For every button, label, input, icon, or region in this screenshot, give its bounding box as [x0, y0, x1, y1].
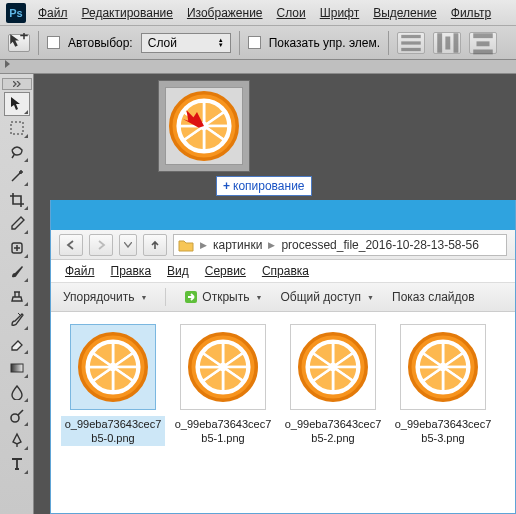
breadcrumb-part-2[interactable]: processed_file_2016-10-28-13-58-56 — [281, 238, 478, 252]
ps-logo-icon: Ps — [6, 3, 26, 23]
file-name-label: o_99eba73643cec7b5-1.png — [171, 416, 275, 446]
autoselect-target-select[interactable]: Слой ▲▼ — [141, 33, 231, 53]
file-thumbnail — [290, 324, 376, 410]
menu-select[interactable]: Выделение — [373, 6, 437, 20]
toolbar-share[interactable]: Общий доступ▼ — [280, 290, 374, 304]
file-name-label: o_99eba73643cec7b5-3.png — [391, 416, 495, 446]
file-name-label: o_99eba73643cec7b5-0.png — [61, 416, 165, 446]
orange-slice-icon — [78, 332, 148, 402]
chevron-down-icon: ▼ — [140, 294, 147, 301]
explorer-menu-view[interactable]: Вид — [167, 264, 189, 278]
menu-file[interactable]: Файл — [38, 6, 68, 20]
file-item[interactable]: o_99eba73643cec7b5-2.png — [281, 324, 385, 446]
tool-column-collapse[interactable] — [2, 78, 32, 90]
arrow-left-icon — [66, 240, 76, 250]
svg-rect-5 — [401, 47, 421, 50]
explorer-menu-file[interactable]: Файл — [65, 264, 95, 278]
lasso-tool[interactable] — [4, 140, 30, 164]
type-tool[interactable] — [4, 452, 30, 476]
show-transform-controls-checkbox[interactable] — [248, 36, 261, 49]
menu-layers[interactable]: Слои — [277, 6, 306, 20]
clone-stamp-tool[interactable] — [4, 284, 30, 308]
svg-rect-9 — [473, 33, 493, 38]
chevron-down-icon: ▼ — [256, 294, 263, 301]
svg-rect-11 — [473, 49, 493, 54]
eyedropper-tool[interactable] — [4, 212, 30, 236]
file-thumbnail — [180, 324, 266, 410]
explorer-menu-help[interactable]: Справка — [262, 264, 309, 278]
open-icon — [184, 290, 198, 304]
nav-back-button[interactable] — [59, 234, 83, 256]
ps-title-bar: Ps Файл Редактирование Изображение Слои … — [0, 0, 516, 26]
align-button-1[interactable] — [397, 32, 425, 54]
svg-rect-12 — [11, 122, 23, 134]
chevrons-icon — [13, 81, 21, 87]
svg-rect-14 — [11, 364, 23, 372]
menu-filter[interactable]: Фильтр — [451, 6, 491, 20]
menu-type[interactable]: Шрифт — [320, 6, 359, 20]
autoselect-checkbox[interactable] — [47, 36, 60, 49]
brush-tool[interactable] — [4, 260, 30, 284]
show-controls-label: Показать упр. элем. — [269, 36, 380, 50]
nav-up-button[interactable] — [143, 234, 167, 256]
divider-icon — [388, 31, 389, 55]
file-thumbnail — [400, 324, 486, 410]
toolbar-slideshow[interactable]: Показ слайдов — [392, 290, 475, 304]
align-button-2[interactable] — [433, 32, 461, 54]
divider-icon — [239, 31, 240, 55]
marquee-tool[interactable] — [4, 116, 30, 140]
explorer-menu-bar: Файл Правка Вид Сервис Справка — [51, 260, 515, 282]
plus-icon: + — [223, 179, 230, 193]
orange-slice-preview-icon — [169, 91, 239, 161]
healing-brush-tool[interactable] — [4, 236, 30, 260]
breadcrumb-part-1[interactable]: картинки — [213, 238, 262, 252]
svg-rect-3 — [401, 34, 421, 37]
svg-rect-8 — [454, 33, 459, 53]
explorer-toolbar: Упорядочить▼ Открыть▼ Общий доступ▼ Пока… — [51, 282, 515, 312]
file-name-label: o_99eba73643cec7b5-2.png — [281, 416, 385, 446]
menu-image[interactable]: Изображение — [187, 6, 263, 20]
chevron-down-icon: ▼ — [367, 294, 374, 301]
address-field[interactable]: ▶ картинки ▶ processed_file_2016-10-28-1… — [173, 234, 507, 256]
select-stepper-icon: ▲▼ — [218, 38, 224, 48]
file-item[interactable]: o_99eba73643cec7b5-3.png — [391, 324, 495, 446]
magic-wand-tool[interactable] — [4, 164, 30, 188]
explorer-titlebar[interactable] — [51, 200, 515, 230]
gradient-tool[interactable] — [4, 356, 30, 380]
explorer-menu-service[interactable]: Сервис — [205, 264, 246, 278]
ps-tool-column — [0, 74, 34, 514]
explorer-window: ▶ картинки ▶ processed_file_2016-10-28-1… — [50, 200, 516, 514]
folder-icon — [178, 238, 194, 252]
copy-tooltip-text: копирование — [233, 179, 305, 193]
explorer-address-bar: ▶ картинки ▶ processed_file_2016-10-28-1… — [51, 230, 515, 260]
orange-slice-icon — [188, 332, 258, 402]
chevron-down-icon — [124, 242, 132, 248]
file-item[interactable]: o_99eba73643cec7b5-1.png — [171, 324, 275, 446]
orange-slice-icon — [298, 332, 368, 402]
menu-edit[interactable]: Редактирование — [82, 6, 173, 20]
file-list-pane[interactable]: o_99eba73643cec7b5-0.png o_99eba73643cec… — [51, 312, 515, 458]
move-tool-indicator-icon[interactable] — [8, 34, 30, 52]
file-thumbnail — [70, 324, 156, 410]
toolbar-organize[interactable]: Упорядочить▼ — [63, 290, 147, 304]
document-thumbnail[interactable] — [158, 80, 250, 172]
file-item[interactable]: o_99eba73643cec7b5-0.png — [61, 324, 165, 446]
drag-copy-tooltip: + копирование — [216, 176, 312, 196]
nav-recent-button[interactable] — [119, 234, 137, 256]
toolbar-open[interactable]: Открыть▼ — [184, 290, 262, 304]
align-button-3[interactable] — [469, 32, 497, 54]
dodge-tool[interactable] — [4, 404, 30, 428]
explorer-menu-edit[interactable]: Правка — [111, 264, 152, 278]
eraser-tool[interactable] — [4, 332, 30, 356]
crop-tool[interactable] — [4, 188, 30, 212]
nav-forward-button[interactable] — [89, 234, 113, 256]
blur-tool[interactable] — [4, 380, 30, 404]
breadcrumb-chevron-icon: ▶ — [268, 240, 275, 250]
pen-tool[interactable] — [4, 428, 30, 452]
move-tool[interactable] — [4, 92, 30, 116]
history-brush-tool[interactable] — [4, 308, 30, 332]
svg-rect-6 — [437, 33, 442, 53]
breadcrumb-chevron-icon: ▶ — [200, 240, 207, 250]
divider-icon — [38, 31, 39, 55]
panel-collapse-bar[interactable] — [0, 60, 516, 74]
